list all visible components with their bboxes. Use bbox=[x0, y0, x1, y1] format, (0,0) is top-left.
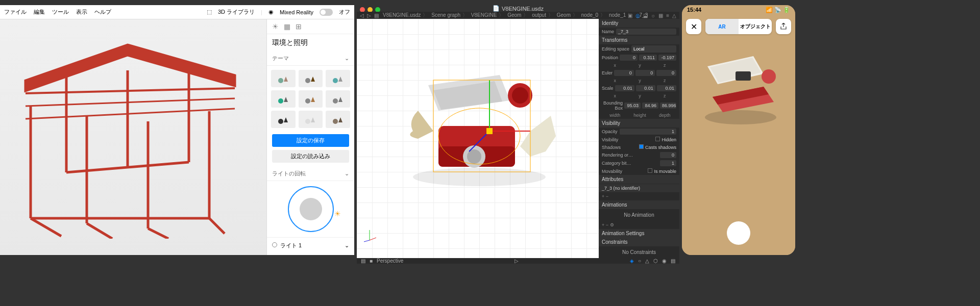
share-button[interactable] bbox=[776, 19, 791, 34]
menu-file[interactable]: ファイル bbox=[4, 8, 27, 16]
load-settings-button[interactable]: 設定の読み込み bbox=[272, 150, 349, 163]
toolbar-icon[interactable]: ▣ bbox=[628, 13, 632, 18]
anim-settings-icon[interactable]: ⚙ bbox=[610, 222, 614, 227]
theme-swatch[interactable] bbox=[299, 70, 323, 87]
toolbar-icon[interactable]: ▦ bbox=[658, 13, 663, 18]
scale-y-input[interactable]: 0.01 bbox=[636, 85, 655, 91]
toolbar-icon[interactable]: ◎ bbox=[635, 13, 640, 18]
theme-swatch[interactable] bbox=[299, 90, 323, 108]
chevron-down-icon: ⌄ bbox=[345, 170, 349, 177]
editing-space-select[interactable]: Local bbox=[631, 45, 676, 53]
add-attr-icon[interactable]: + bbox=[602, 194, 604, 199]
svg-point-23 bbox=[278, 98, 283, 104]
remove-attr-icon[interactable]: − bbox=[606, 194, 608, 199]
sidebar-toggle-icon[interactable]: ▤ bbox=[374, 13, 379, 18]
svg-marker-20 bbox=[311, 76, 315, 82]
scale-z-input[interactable]: 0.01 bbox=[657, 85, 676, 91]
play-icon[interactable]: ▷ bbox=[514, 258, 519, 264]
theme-swatch[interactable] bbox=[299, 111, 323, 128]
breadcrumb[interactable]: V8ENGINE.usdz〉 Scene graph〉 V8ENGINE〉 Ge… bbox=[382, 12, 649, 19]
light-rotation-section[interactable]: ライトの回転 ⌄ bbox=[267, 167, 354, 181]
remove-anim-icon[interactable]: − bbox=[606, 222, 608, 227]
svg-point-31 bbox=[305, 119, 310, 124]
toolbar-icon[interactable]: △ bbox=[672, 13, 676, 18]
add-anim-icon[interactable]: + bbox=[602, 222, 604, 227]
ar-quicklook-app: 15:44 📶 📡 🔋 ✕ AR オブジェクト bbox=[682, 5, 795, 255]
light-1-row[interactable]: ライト 1 ⌄ bbox=[267, 238, 354, 253]
3d-viewport[interactable] bbox=[357, 19, 599, 258]
bbox-width: 95.03 bbox=[624, 103, 641, 109]
theme-swatch[interactable] bbox=[271, 90, 296, 108]
animation-settings-header: Animation Settings bbox=[599, 229, 679, 238]
sun-icon[interactable]: ☀ bbox=[272, 22, 279, 31]
toolbar-icon[interactable]: ≡ bbox=[666, 13, 669, 18]
light-radio[interactable] bbox=[272, 242, 277, 247]
movable-checkbox[interactable] bbox=[648, 168, 652, 173]
svg-point-19 bbox=[305, 78, 310, 83]
close-button[interactable]: ✕ bbox=[686, 19, 701, 34]
toolbar-icon[interactable]: ⬓ bbox=[643, 13, 648, 18]
mr-off-label: オフ bbox=[339, 8, 350, 16]
shutter-button[interactable] bbox=[727, 221, 750, 245]
light-rotation-dial[interactable]: ☀ bbox=[288, 186, 334, 232]
ar-engine-model[interactable] bbox=[697, 46, 784, 128]
panel-icon[interactable]: ⊞ bbox=[296, 22, 302, 31]
theme-swatch[interactable] bbox=[326, 90, 350, 108]
axis-gizmo-icon bbox=[362, 227, 377, 243]
attribute-item[interactable]: _7_3 (no identifier) bbox=[599, 184, 679, 192]
menu-view[interactable]: 表示 bbox=[76, 8, 87, 16]
nav-back-icon[interactable]: ◁ bbox=[360, 13, 364, 18]
menu-help[interactable]: ヘルプ bbox=[94, 8, 111, 16]
svg-point-41 bbox=[512, 87, 528, 104]
scale-x-input[interactable]: 0.01 bbox=[615, 85, 634, 91]
library-button[interactable]: 3D ライブラリ bbox=[218, 8, 255, 16]
sun-handle-icon[interactable]: ☀ bbox=[334, 210, 341, 218]
nav-fwd-icon[interactable]: ▷ bbox=[367, 13, 371, 18]
theme-swatch[interactable] bbox=[326, 70, 350, 87]
menu-edit[interactable]: 編集 bbox=[34, 8, 45, 16]
opacity-input[interactable]: 1 bbox=[620, 129, 676, 135]
svg-marker-18 bbox=[284, 76, 288, 82]
svg-marker-28 bbox=[338, 97, 342, 102]
bbox-depth: 86.996 bbox=[660, 103, 676, 109]
paint3d-app: ファイル 編集 ツール 表示 ヘルプ ⬚ 3D ライブラリ | ◉ Mixed … bbox=[0, 5, 354, 255]
svg-line-8 bbox=[26, 88, 235, 93]
camera-icon[interactable]: ■ bbox=[370, 258, 373, 264]
theme-section[interactable]: テーマ ⌄ bbox=[267, 52, 354, 66]
pos-x-input[interactable]: 0 bbox=[620, 55, 638, 61]
grid-icon[interactable]: ▦ bbox=[284, 22, 290, 31]
menu-tool[interactable]: ツール bbox=[52, 8, 69, 16]
tool-icon[interactable]: ▤ bbox=[671, 258, 675, 264]
3d-viewport[interactable] bbox=[0, 19, 266, 255]
tool-icon[interactable]: ◉ bbox=[662, 258, 667, 264]
theme-swatch[interactable] bbox=[271, 111, 296, 128]
pos-z-input[interactable]: -0.197 bbox=[658, 55, 676, 61]
tool-icon[interactable]: ◈ bbox=[630, 258, 634, 264]
save-settings-button[interactable]: 設定の保存 bbox=[272, 134, 349, 147]
statusbar: 15:44 📶 📡 🔋 bbox=[682, 5, 795, 15]
svg-marker-7 bbox=[26, 45, 235, 91]
ar-tab[interactable]: AR bbox=[705, 19, 739, 34]
svg-line-15 bbox=[148, 228, 168, 239]
object-tab[interactable]: オブジェクト bbox=[739, 19, 772, 34]
theme-swatch[interactable] bbox=[271, 70, 296, 87]
pos-y-input[interactable]: 0.311 bbox=[639, 55, 657, 61]
name-field[interactable]: _7_3 bbox=[616, 29, 676, 35]
euler-z-input[interactable]: 0 bbox=[656, 70, 676, 76]
rendering-input[interactable]: 0 bbox=[660, 152, 676, 158]
sidebar-icon[interactable]: ▤ bbox=[361, 258, 365, 264]
mode-segment[interactable]: AR オブジェクト bbox=[705, 19, 772, 34]
perspective-label[interactable]: Perspective bbox=[377, 258, 403, 264]
tool-icon[interactable]: ⬡ bbox=[653, 258, 658, 264]
hidden-checkbox[interactable] bbox=[655, 137, 660, 141]
euler-y-input[interactable]: 0 bbox=[635, 70, 655, 76]
mr-toggle[interactable] bbox=[320, 9, 333, 16]
euler-x-input[interactable]: 0 bbox=[614, 70, 634, 76]
tool-icon[interactable]: ○ bbox=[638, 258, 641, 264]
tool-icon[interactable]: △ bbox=[645, 258, 649, 264]
shadows-checkbox[interactable] bbox=[639, 144, 644, 149]
theme-swatch[interactable] bbox=[326, 111, 350, 128]
toolbar-icon[interactable]: ☼ bbox=[651, 13, 655, 18]
no-constraints-label: No Constraints bbox=[599, 246, 679, 258]
category-input[interactable]: 1 bbox=[660, 160, 676, 166]
